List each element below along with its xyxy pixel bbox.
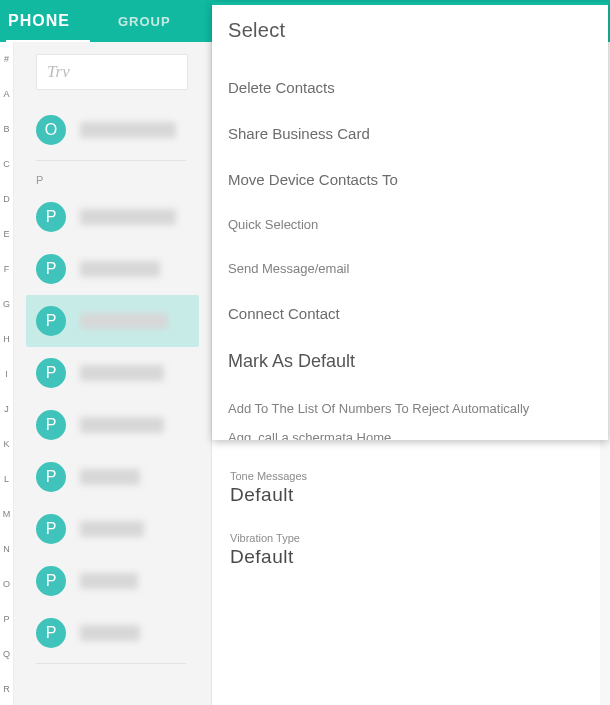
alpha-p[interactable]: P [0,602,13,637]
contact-name-blur [80,469,140,485]
alpha-m[interactable]: M [0,497,13,532]
menu-connect-contact[interactable]: Connect Contact [228,290,592,336]
menu-quick-selection[interactable]: Quick Selection [228,202,592,246]
contact-row-p6[interactable]: P [36,451,199,503]
alpha-l[interactable]: L [0,462,13,497]
contact-name-blur [80,573,138,589]
avatar-p: P [36,566,66,596]
avatar-p: P [36,410,66,440]
alpha-k[interactable]: K [0,427,13,462]
avatar-p: P [36,202,66,232]
contact-row-p3-selected[interactable]: P [26,295,199,347]
alpha-h[interactable]: H [0,322,13,357]
search-placeholder-text: Trv [47,62,70,82]
menu-send-message-email[interactable]: Send Message/email [228,246,592,290]
alpha-d[interactable]: D [0,182,13,217]
contact-row-p7[interactable]: P [36,503,199,555]
contact-row-p2[interactable]: P [36,243,199,295]
menu-add-reject-list[interactable]: Add To The List Of Numbers To Reject Aut… [228,386,592,430]
alpha-b[interactable]: B [0,112,13,147]
menu-share-business-card[interactable]: Share Business Card [228,110,592,156]
menu-move-device-contacts[interactable]: Move Device Contacts To [228,156,592,202]
alpha-hash[interactable]: # [0,42,13,77]
tone-messages-label: Tone Messages [230,470,592,482]
contact-row-p4[interactable]: P [36,347,199,399]
alpha-e[interactable]: E [0,217,13,252]
menu-add-home-screen[interactable]: Agg. call a schermata Home [228,430,592,440]
avatar-o: O [36,115,66,145]
contact-name-blur [80,261,160,277]
alpha-n[interactable]: N [0,532,13,567]
avatar-p: P [36,618,66,648]
contact-row-p8[interactable]: P [36,555,199,607]
alpha-o[interactable]: O [0,567,13,602]
avatar-p: P [36,306,66,336]
alpha-g[interactable]: G [0,287,13,322]
divider [36,663,186,664]
alpha-q[interactable]: Q [0,637,13,672]
contact-name-blur [80,313,168,329]
context-menu: Select Delete Contacts Share Business Ca… [212,2,608,440]
alpha-c[interactable]: C [0,147,13,182]
divider [36,160,186,161]
avatar-p: P [36,254,66,284]
alpha-r[interactable]: R [0,672,13,705]
vibration-type-value[interactable]: Default [230,546,592,568]
contact-row-o[interactable]: O [36,104,199,156]
tone-messages-value[interactable]: Default [230,484,592,506]
contact-name-blur [80,417,164,433]
contact-name-blur [80,365,164,381]
avatar-p: P [36,462,66,492]
search-input[interactable]: Trv [36,54,188,90]
alpha-i[interactable]: I [0,357,13,392]
contact-row-p9[interactable]: P [36,607,199,659]
contact-row-p1[interactable]: P [36,191,199,243]
section-header-p: P [36,169,199,191]
menu-delete-contacts[interactable]: Delete Contacts [228,64,592,110]
alpha-a[interactable]: A [0,77,13,112]
contact-name-blur [80,521,144,537]
menu-title: Select [228,19,592,42]
alpha-f[interactable]: F [0,252,13,287]
contact-name-blur [80,122,176,138]
vibration-type-label: Vibration Type [230,532,592,544]
contact-name-blur [80,625,140,641]
contacts-list: Trv O P P P P P P P P P P [14,42,212,705]
contact-row-p5[interactable]: P [36,399,199,451]
alpha-index: # A B C D E F G H I J K L M N O P Q R [0,42,14,705]
tab-group[interactable]: GROUP [118,14,171,29]
avatar-p: P [36,358,66,388]
tab-phone[interactable]: PHONE [8,12,70,30]
contact-name-blur [80,209,176,225]
alpha-j[interactable]: J [0,392,13,427]
menu-mark-as-default[interactable]: Mark As Default [228,336,592,386]
avatar-p: P [36,514,66,544]
